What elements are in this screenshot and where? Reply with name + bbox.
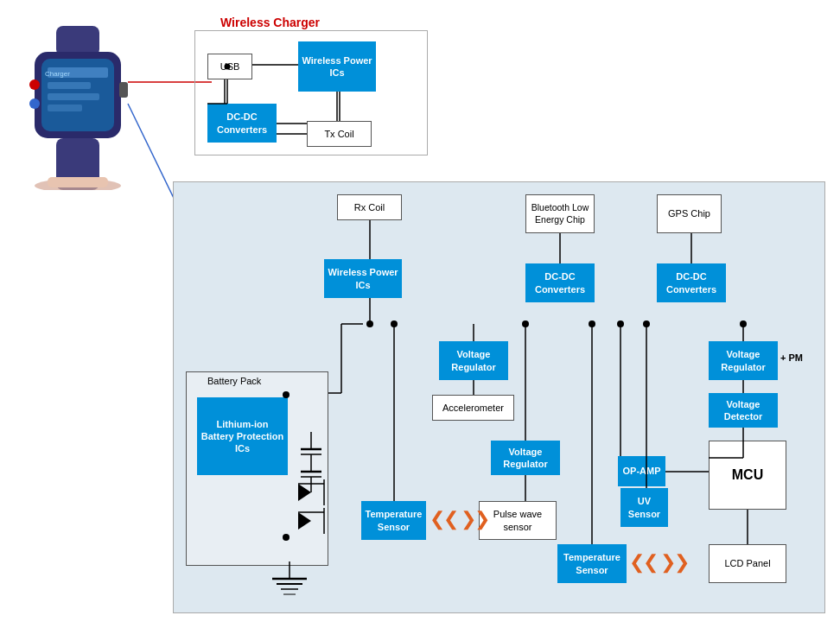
usb-block: USB	[207, 54, 252, 79]
temperature-sensor-bottom-block: Temperature Sensor	[557, 544, 627, 583]
mosfet-symbols	[294, 479, 328, 536]
svg-rect-56	[48, 82, 91, 89]
svg-rect-62	[48, 177, 108, 187]
svg-marker-74	[298, 484, 311, 501]
svg-rect-57	[48, 93, 99, 100]
dc-dc-bt-block: DC-DC Converters	[525, 263, 595, 302]
svg-text:Charger: Charger	[45, 70, 70, 78]
tx-coil-block: Tx Coil	[307, 121, 372, 147]
svg-marker-77	[298, 512, 311, 530]
battery-dot-top	[283, 391, 290, 398]
sw-wireless-power-ics-block: Wireless Power ICs	[324, 259, 402, 298]
svg-rect-52	[56, 26, 99, 56]
accelerometer-block: Accelerometer	[432, 395, 514, 421]
lithium-ion-block: Lithium-ion Battery Protection ICs	[197, 397, 288, 475]
voltage-detector-block: Voltage Detector	[709, 393, 778, 428]
lcd-panel-block: LCD Panel	[709, 544, 786, 583]
heat-arrows-right: ❮❮ ❯❯	[629, 551, 688, 574]
battery-dot-mid	[283, 534, 290, 541]
diagram-wrapper: Charger Wireless Charger USB Wireless Po…	[0, 0, 840, 628]
plus-pm-label: + PM	[780, 352, 803, 363]
charger-dc-dc-block: DC-DC Converters	[207, 104, 277, 143]
battery-pack-label: Battery Pack	[207, 376, 261, 386]
rx-coil-block: Rx Coil	[337, 194, 402, 220]
op-amp-block: OP-AMP	[618, 456, 665, 486]
voltage-regulator-top-block: Voltage Regulator	[439, 341, 508, 380]
mcu-block: MCU	[709, 441, 786, 510]
voltage-regulator-mid-block: Voltage Regulator	[491, 441, 560, 475]
temperature-sensor-left-block: Temperature Sensor	[361, 501, 426, 540]
svg-rect-58	[48, 105, 82, 111]
svg-point-64	[29, 79, 40, 90]
charger-wireless-power-ics-block: Wireless Power ICs	[298, 41, 376, 92]
heat-arrows-left: ❮❮ ❯❯	[430, 508, 488, 530]
bluetooth-chip-block: Bluetooth Low Energy Chip	[525, 194, 595, 233]
uv-sensor-block: UV Sensor	[620, 488, 668, 527]
pulse-wave-sensor-block: Pulse wave sensor	[479, 501, 557, 540]
svg-rect-60	[119, 82, 128, 98]
voltage-regulator-pm-block: Voltage Regulator	[709, 341, 778, 380]
svg-point-65	[29, 98, 40, 109]
gps-chip-block: GPS Chip	[657, 194, 722, 233]
charger-section-label: Wireless Charger	[220, 16, 320, 29]
watch-illustration: Charger	[17, 26, 138, 190]
dc-dc-gps-block: DC-DC Converters	[657, 263, 726, 302]
